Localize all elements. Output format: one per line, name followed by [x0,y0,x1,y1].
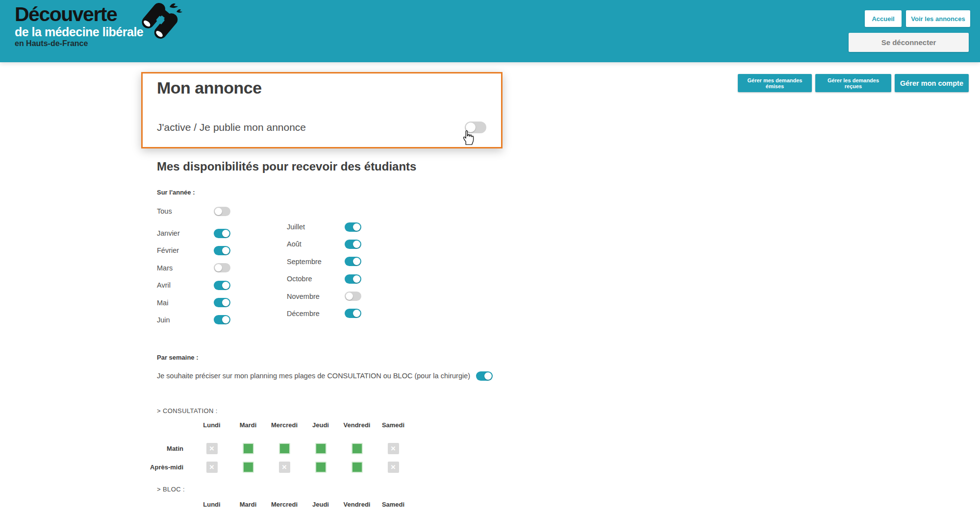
bird-icon [176,9,182,13]
toggle-knob [353,275,360,283]
month-label-aout: Août [287,240,302,248]
consultation-matin-lundi-checkbox[interactable]: ✕ [206,443,218,454]
month-toggle-janvier[interactable] [214,229,230,238]
availability-title: Mes disponibilités pour recevoir des étu… [157,160,416,173]
month-toggle-mai[interactable] [214,298,230,307]
manage-received-requests-button[interactable]: Gérer les demandes reçues [815,74,891,92]
month-toggle-juillet[interactable] [345,222,361,232]
cell-wrap [230,458,266,476]
month-label-decembre: Décembre [287,310,320,318]
cell-wrap: ✕ [194,439,230,458]
page-title: Mon annonce [157,78,262,98]
toggle-knob [222,247,229,254]
year-section-label: Sur l'année : [157,189,195,196]
month-toggle-tous[interactable] [214,207,230,216]
row-label-matin: Matin [123,439,194,458]
consultation-section-label: > CONSULTATION : [157,407,218,415]
nav-accueil-button[interactable]: Accueil [865,10,902,27]
toggle-row-novembre: Novembre [287,291,361,302]
manage-sent-requests-button[interactable]: Gérer mes demandes émises [738,74,812,92]
month-toggle-mars[interactable] [214,263,230,272]
consultation-apres-midi-vendredi-checkbox[interactable] [352,462,363,473]
toggle-row-juin: Juin [157,315,230,325]
nav-voir-les-annonces-button[interactable]: Voir les annonces [906,10,970,27]
planning-toggle-label: Je souhaite préciser sur mon planning me… [157,372,470,380]
toggle-row-janvier: Janvier [157,228,230,239]
logo-subtitle: de la médecine libérale [15,25,143,38]
logo-title: Découverte [15,4,143,25]
cell-wrap [302,458,339,476]
consultation-apres-midi-lundi-checkbox[interactable]: ✕ [206,462,218,473]
binoculars-icon [128,0,185,47]
months-column-right: JuilletAoûtSeptembreOctobreNovembreDécem… [287,221,361,319]
header: Découverte de la médecine libérale en Ha… [0,0,980,62]
publish-announce-label: J'active / Je publie mon annonce [157,122,306,133]
day-header-mercredi: Mercredi [266,421,302,439]
month-label-novembre: Novembre [287,293,320,300]
toggle-knob [346,293,353,300]
page: Découverte de la médecine libérale en Ha… [0,0,980,513]
month-toggle-aout[interactable] [345,240,361,249]
manage-account-button[interactable]: Gérer mon compte [895,74,969,92]
day-header-mercredi: Mercredi [266,501,302,513]
toggle-row-juillet: Juillet [287,221,361,232]
consultation-apres-midi-jeudi-checkbox[interactable] [315,462,327,473]
day-header-samedi: Samedi [375,421,411,439]
day-header-lundi: Lundi [194,421,230,439]
month-toggle-juin[interactable] [214,315,230,324]
table-corner [123,501,194,513]
announce-card: Mon annonce J'active / Je publie mon ann… [141,72,503,148]
consultation-matin-jeudi-checkbox[interactable] [315,443,327,454]
month-label-mars: Mars [157,264,173,272]
month-label-janvier: Janvier [157,229,180,237]
planning-toggle-row: Je souhaite préciser sur mon planning me… [157,369,493,383]
toggle-row-fevrier: Février [157,245,230,256]
consultation-apres-midi-mercredi-checkbox[interactable]: ✕ [279,462,290,473]
cell-wrap: ✕ [375,458,411,476]
toggle-row-mai: Mai [157,297,230,308]
month-toggle-avril[interactable] [214,281,230,290]
toggle-knob [222,316,229,323]
day-header-jeudi: Jeudi [302,421,339,439]
month-label-mai: Mai [157,299,168,307]
toggle-row-septembre: Septembre [287,256,361,267]
consultation-matin-mercredi-checkbox[interactable] [279,443,290,454]
day-header-lundi: Lundi [194,501,230,513]
toggle-knob [222,282,229,289]
toggle-row-avril: Avril [157,280,230,291]
month-label-tous: Tous [157,207,172,215]
month-label-avril: Avril [157,281,171,289]
month-label-septembre: Septembre [287,258,322,266]
month-toggle-octobre[interactable] [345,274,361,284]
month-toggle-novembre[interactable] [345,292,361,301]
cell-wrap: ✕ [194,458,230,476]
table-corner [123,421,194,439]
publish-announce-row: J'active / Je publie mon annonce [157,122,486,133]
day-header-vendredi: Vendredi [339,501,375,513]
toggle-row-octobre: Octobre [287,273,361,284]
logo: Découverte de la médecine libérale en Ha… [15,4,143,48]
planning-toggle[interactable] [476,371,493,381]
logout-button[interactable]: Se déconnecter [849,33,969,52]
month-label-juillet: Juillet [287,223,305,231]
month-toggle-fevrier[interactable] [214,246,230,255]
toggle-row-tous: Tous [157,206,230,217]
row-label-apres-midi: Après-midi [123,458,194,476]
consultation-apres-midi-samedi-checkbox[interactable]: ✕ [388,462,399,473]
consultation-matin-samedi-checkbox[interactable]: ✕ [388,443,399,454]
consultation-apres-midi-mardi-checkbox[interactable] [243,462,254,473]
cell-wrap: ✕ [266,458,302,476]
consultation-matin-vendredi-checkbox[interactable] [352,443,363,454]
month-toggle-septembre[interactable] [345,257,361,266]
day-header-jeudi: Jeudi [302,501,339,513]
month-toggle-decembre[interactable] [345,309,361,318]
toggle-knob [222,299,229,306]
day-header-vendredi: Vendredi [339,421,375,439]
publish-announce-toggle[interactable] [465,122,486,133]
consultation-matin-mardi-checkbox[interactable] [243,443,254,454]
cell-wrap [302,439,339,458]
day-header-mardi: Mardi [230,421,266,439]
toggle-row-mars: Mars [157,263,230,273]
toggle-row-aout: Août [287,239,361,249]
cell-wrap [230,439,266,458]
